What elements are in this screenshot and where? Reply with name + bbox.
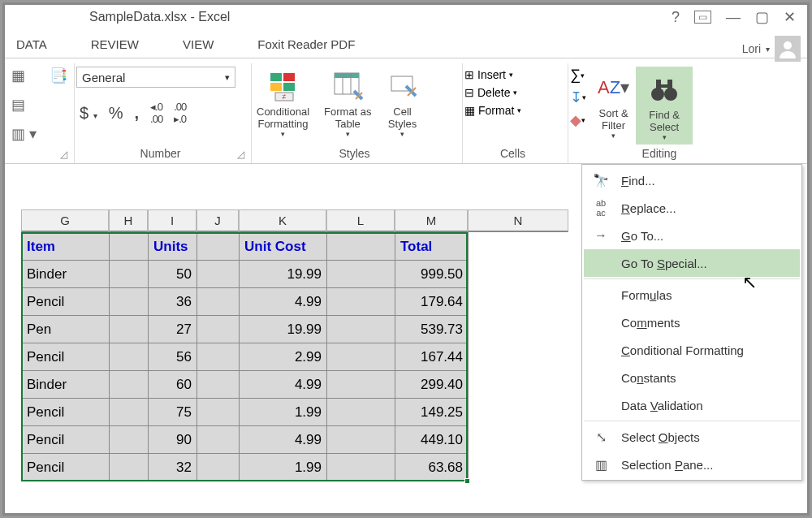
menu-selection-pane[interactable]: ▥Selection Pane... [584, 451, 800, 478]
format-as-table-button[interactable]: Format as Table▾ [321, 65, 375, 140]
clear-button[interactable]: ◆ ▾ [570, 111, 586, 129]
cell[interactable] [197, 343, 240, 371]
cell[interactable]: 32 [149, 454, 197, 481]
partial-icon-3[interactable]: ▥ ▾ [11, 125, 37, 143]
cell[interactable] [197, 233, 240, 261]
currency-button[interactable]: $ ▾ [80, 104, 97, 123]
partial-icon-1[interactable]: ▦ [11, 67, 37, 84]
cell[interactable]: 4.99 [240, 371, 327, 399]
minimize-icon[interactable]: — [726, 9, 741, 26]
cell[interactable] [197, 316, 240, 343]
cell[interactable] [327, 371, 395, 399]
menu-comments[interactable]: Comments [584, 309, 800, 336]
cell[interactable] [110, 454, 149, 481]
cell[interactable]: Binder [22, 371, 110, 399]
number-format-select[interactable]: General ▾ [76, 67, 235, 88]
autosum-button[interactable]: ∑ ▾ [570, 67, 586, 84]
cell[interactable]: 167.44 [395, 343, 469, 371]
partial-icon-4[interactable]: 📑 [50, 67, 67, 84]
cell[interactable]: 19.99 [240, 316, 327, 343]
cell[interactable] [110, 316, 149, 343]
table-row[interactable]: Binder604.99299.40 [22, 371, 469, 399]
cell[interactable] [197, 261, 240, 288]
fill-button[interactable]: ↧ ▾ [570, 88, 586, 106]
cell[interactable]: 90 [149, 426, 197, 454]
cell[interactable] [110, 261, 149, 288]
cell[interactable] [327, 316, 395, 343]
cell-styles-button[interactable]: Cell Styles▾ [383, 65, 422, 140]
column-header-G[interactable]: G [21, 209, 109, 232]
cell[interactable] [327, 343, 395, 371]
column-header-H[interactable]: H [109, 209, 148, 232]
cell[interactable]: Pencil [22, 426, 110, 454]
cell[interactable] [110, 426, 149, 454]
menu-data-validation[interactable]: Data Validation [584, 391, 800, 419]
cell[interactable] [197, 399, 240, 426]
cell[interactable] [197, 426, 240, 454]
menu-conditional-formatting[interactable]: Conditional Formatting [584, 336, 800, 364]
tab-review[interactable]: REVIEW [89, 34, 140, 58]
cell[interactable]: 299.40 [395, 371, 469, 399]
format-button[interactable]: ▦ Format ▾ [464, 104, 521, 117]
tab-foxit-pdf[interactable]: Foxit Reader PDF [256, 34, 356, 58]
cell[interactable]: 60 [149, 371, 197, 399]
table-row[interactable]: Pencil321.9963.68 [22, 454, 469, 481]
cell[interactable]: 4.99 [240, 426, 327, 454]
cell[interactable]: 149.25 [395, 399, 469, 426]
percent-button[interactable]: % [109, 104, 123, 123]
table-row[interactable]: Pencil751.99149.25 [22, 399, 469, 426]
insert-button[interactable]: ⊞ Insert ▾ [464, 68, 521, 81]
delete-button[interactable]: ⊟ Delete ▾ [464, 86, 521, 99]
cell[interactable]: 999.50 [395, 261, 469, 288]
avatar[interactable] [775, 36, 801, 62]
cell[interactable]: Pencil [22, 288, 110, 316]
cell[interactable]: 1.99 [240, 399, 327, 426]
cell[interactable]: Pencil [22, 343, 110, 371]
dialog-launcher-icon[interactable]: ◿ [237, 149, 244, 160]
cell[interactable] [327, 233, 395, 261]
cell[interactable]: Binder [22, 261, 110, 288]
find-select-button[interactable]: Find & Select▾ [636, 67, 693, 145]
column-header-M[interactable]: M [395, 209, 468, 232]
cell[interactable]: 1.99 [240, 454, 327, 481]
cell[interactable]: 56 [149, 343, 197, 371]
tab-view[interactable]: VIEW [181, 34, 215, 58]
cell[interactable]: Units [149, 233, 197, 261]
comma-button[interactable]: , [134, 104, 139, 123]
maximize-icon[interactable]: ▢ [755, 8, 769, 26]
tab-data[interactable]: DATA [15, 34, 49, 58]
cell[interactable] [110, 288, 149, 316]
cell[interactable]: 2.99 [240, 343, 327, 371]
cell[interactable]: 179.64 [395, 288, 469, 316]
increase-decimal-button[interactable]: ◂.0.00 [150, 101, 162, 125]
table-row[interactable]: Pencil904.99449.10 [22, 426, 469, 454]
conditional-formatting-button[interactable]: ≠ Conditional Formatting▾ [253, 65, 313, 140]
menu-constants[interactable]: Constants [584, 364, 800, 391]
cell[interactable]: 449.10 [395, 426, 469, 454]
menu-replace[interactable]: abacReplace... [584, 194, 800, 222]
help-icon[interactable]: ? [672, 9, 680, 26]
decrease-decimal-button[interactable]: .00▸.0 [174, 101, 186, 125]
cell[interactable] [110, 399, 149, 426]
table-row[interactable]: Binder5019.99999.50 [22, 261, 469, 288]
cell[interactable]: 27 [149, 316, 197, 343]
cell[interactable] [327, 454, 395, 481]
table-row[interactable]: Pencil562.99167.44 [22, 343, 469, 371]
cell[interactable] [110, 233, 149, 261]
table-row[interactable]: Pen2719.99539.73 [22, 316, 469, 343]
cell[interactable] [327, 426, 395, 454]
cell[interactable]: Item [22, 233, 110, 261]
cell[interactable]: 36 [149, 288, 197, 316]
menu-goto-special[interactable]: Go To Special... [584, 249, 800, 277]
cell[interactable] [327, 399, 395, 426]
table-row[interactable]: Pencil364.99179.64 [22, 288, 469, 316]
cell[interactable]: 63.68 [395, 454, 469, 481]
cell[interactable]: 4.99 [240, 288, 327, 316]
column-header-L[interactable]: L [326, 209, 395, 232]
sort-filter-button[interactable]: AZ▾ Sort & Filter▾ [594, 67, 633, 145]
header-row[interactable]: ItemUnitsUnit CostTotal [22, 233, 469, 261]
cell[interactable] [327, 261, 395, 288]
menu-select-objects[interactable]: ⤡Select Objects [584, 423, 800, 451]
cell[interactable] [327, 288, 395, 316]
data-table[interactable]: ItemUnitsUnit CostTotalBinder5019.99999.… [21, 232, 469, 481]
